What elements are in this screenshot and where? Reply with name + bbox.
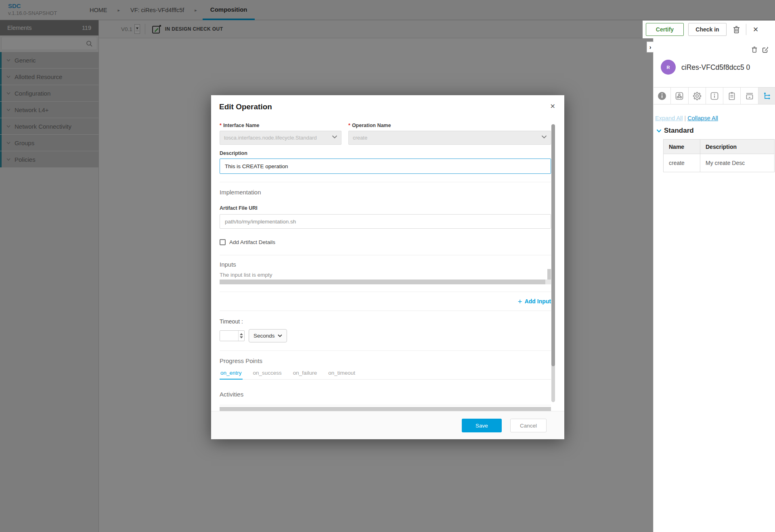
- tab-requirements-clipboard-icon[interactable]: [723, 88, 741, 104]
- tab-info-circle-icon[interactable]: [654, 88, 671, 104]
- chevron-down-icon: [332, 135, 337, 139]
- edit-pencil-icon[interactable]: [762, 46, 769, 53]
- check-in-button[interactable]: Check in: [688, 23, 727, 36]
- chevron-down-icon: [656, 129, 662, 133]
- modal-scrollbar-track[interactable]: [551, 124, 555, 402]
- add-input-button[interactable]: + Add Input: [518, 298, 551, 305]
- cell-description: My create Desc: [700, 154, 775, 172]
- chevron-down-icon: [278, 334, 282, 337]
- col-description: Description: [700, 140, 775, 154]
- trash-icon[interactable]: [752, 46, 757, 53]
- panel-tab-bar: [654, 87, 775, 104]
- divider: [220, 182, 551, 182]
- checkbox-unchecked-icon[interactable]: [220, 239, 226, 245]
- divider: [220, 311, 551, 311]
- modal-content: *Interface Name *Operation Name tosca.in…: [211, 115, 564, 411]
- horizontal-scrollbar[interactable]: [220, 407, 551, 411]
- col-name: Name: [664, 140, 700, 154]
- link-separator: |: [683, 115, 688, 121]
- activities-scroll-area: [220, 407, 551, 411]
- timeout-unit-select[interactable]: Seconds: [249, 329, 287, 342]
- expand-collapse-links: Expand All|Collapse All: [655, 115, 718, 121]
- sdc-composition-screen: SDC v.1.16.0-SNAPSHOT HOME ▸ VF: ciRes-V…: [0, 0, 775, 532]
- standard-section-toggle[interactable]: Standard: [656, 127, 694, 135]
- inputs-empty-message: The input list is empty: [220, 272, 551, 278]
- cell-name: create: [664, 154, 700, 172]
- collapse-all-link[interactable]: Collapse All: [687, 115, 718, 121]
- required-mark: *: [348, 123, 350, 128]
- tab-deployment-box-icon[interactable]: [741, 88, 758, 104]
- add-input-label: Add Input: [525, 298, 551, 305]
- divider: [220, 255, 551, 255]
- divider: [220, 405, 551, 405]
- tab-on-entry[interactable]: on_entry: [220, 370, 243, 380]
- modal-title: Edit Operation: [219, 102, 272, 111]
- save-button[interactable]: Save: [462, 419, 502, 432]
- selected-value: create: [353, 135, 367, 141]
- plus-icon: +: [518, 298, 522, 305]
- certify-button[interactable]: Certify: [646, 23, 684, 36]
- label-text: Operation Name: [352, 123, 391, 128]
- modal-header: Edit Operation ✕: [211, 95, 564, 115]
- table-header-row: Name Description: [664, 140, 775, 154]
- caret-up-icon: [240, 333, 243, 335]
- modal-scrollbar-thumb[interactable]: [551, 124, 555, 366]
- scrollbar-track: [545, 280, 551, 284]
- modal-footer: Save Cancel: [211, 411, 564, 439]
- component-details-panel: › R ciRes-VFCd5f8dcc5 0: [653, 38, 775, 532]
- component-title: ciRes-VFCd5f8dcc5 0: [681, 63, 750, 72]
- progress-points-tabs: on_entry on_success on_failure on_timeou…: [220, 370, 551, 380]
- description-label: Description: [220, 150, 551, 156]
- chevron-down-icon: [541, 135, 547, 139]
- panel-top-actions: [752, 46, 769, 53]
- modal-backdrop: [643, 38, 653, 532]
- tab-on-timeout[interactable]: on_timeout: [327, 370, 356, 379]
- tab-settings-gear-icon[interactable]: [689, 88, 706, 104]
- close-icon[interactable]: ✕: [753, 25, 758, 34]
- horizontal-scrollbar[interactable]: [220, 280, 545, 284]
- inputs-scroll-area: [220, 280, 551, 284]
- lifecycle-action-bar: Certify Check in ✕: [643, 21, 775, 38]
- stepper-arrows[interactable]: [238, 331, 244, 341]
- progress-points-heading: Progress Points: [220, 357, 551, 364]
- operation-name-select[interactable]: create: [348, 131, 551, 145]
- vertical-scrollbar[interactable]: [547, 269, 551, 280]
- delete-trash-icon[interactable]: [733, 26, 740, 33]
- timeout-input[interactable]: [220, 331, 238, 341]
- timeout-label: Timeout :: [220, 318, 551, 325]
- tab-on-failure[interactable]: on_failure: [292, 370, 318, 379]
- required-mark: *: [220, 123, 222, 128]
- artifact-uri-label: Artifact File URI: [220, 205, 551, 211]
- avatar: R: [661, 60, 676, 75]
- add-artifact-checkbox-row[interactable]: Add Artifact Details: [220, 239, 551, 245]
- tab-on-success[interactable]: on_success: [252, 370, 283, 379]
- divider: [220, 350, 551, 351]
- panel-collapse-icon[interactable]: ›: [647, 42, 654, 52]
- checkbox-label: Add Artifact Details: [229, 239, 275, 245]
- activities-heading: Activities: [220, 391, 551, 398]
- interface-name-select[interactable]: tosca.interfaces.node.lifecycle.Standard: [220, 131, 341, 145]
- edit-operation-modal: Edit Operation ✕ *Interface Name *Operat…: [211, 95, 564, 439]
- timeout-controls: Seconds: [220, 329, 551, 342]
- tab-information-square-icon[interactable]: [706, 88, 723, 104]
- tab-operations-tree-icon[interactable]: [758, 88, 775, 104]
- description-input[interactable]: [220, 159, 551, 174]
- inputs-heading: Inputs: [220, 261, 551, 268]
- add-input-row: + Add Input: [220, 292, 551, 311]
- implementation-heading: Implementation: [220, 189, 551, 196]
- label-text: Interface Name: [223, 123, 260, 128]
- operation-name-label: *Operation Name: [348, 123, 551, 128]
- artifact-uri-input[interactable]: [220, 214, 551, 229]
- action-divider: [746, 24, 746, 35]
- table-row[interactable]: create My create Desc: [664, 154, 775, 172]
- name-fields: *Interface Name *Operation Name tosca.in…: [220, 123, 551, 145]
- cancel-button[interactable]: Cancel: [510, 419, 547, 432]
- expand-all-link[interactable]: Expand All: [655, 115, 683, 121]
- section-title: Standard: [664, 127, 694, 135]
- timeout-stepper: [220, 330, 245, 341]
- unit-label: Seconds: [253, 333, 275, 339]
- close-icon[interactable]: ✕: [550, 102, 555, 110]
- tab-artifacts-icon[interactable]: [671, 88, 688, 104]
- interface-name-label: *Interface Name: [220, 123, 341, 128]
- caret-down-icon: [240, 336, 243, 338]
